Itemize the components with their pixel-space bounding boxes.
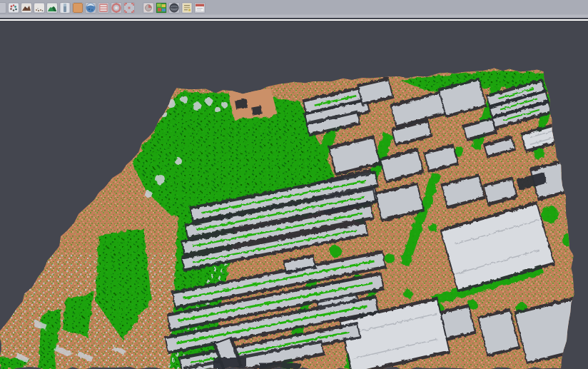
vegetation-model-button[interactable] [46, 2, 58, 14]
mesh-globe-icon [168, 2, 180, 14]
point-density-button[interactable] [34, 2, 45, 14]
terrain-model-button[interactable] [21, 2, 32, 14]
viewport-3d[interactable] [0, 21, 588, 369]
mask-tool-icon [143, 2, 154, 14]
contact-card-icon [194, 2, 206, 14]
web-globe-icon [85, 2, 96, 14]
clipped-tool-icon [0, 2, 6, 14]
classification-map-icon [156, 2, 167, 14]
red-layers-button[interactable] [98, 2, 109, 14]
orthophoto-icon [72, 2, 83, 14]
contact-card-button[interactable] [194, 2, 206, 14]
mask-tool-button[interactable] [143, 2, 154, 14]
report-icon [181, 2, 193, 14]
point-density-icon [34, 2, 45, 14]
clipped-tool-button[interactable] [0, 2, 6, 14]
app-window [0, 0, 588, 369]
orthophoto-button[interactable] [72, 2, 83, 14]
red-gear-icon [111, 2, 122, 14]
profile-tool-icon [59, 2, 71, 14]
mesh-globe-button[interactable] [168, 2, 180, 14]
red-selection-icon [123, 2, 135, 14]
terrain-scene [0, 21, 588, 369]
red-layers-icon [98, 2, 109, 14]
report-button[interactable] [181, 2, 193, 14]
red-selection-button[interactable] [123, 2, 135, 14]
red-gear-button[interactable] [111, 2, 122, 14]
classification-map-button[interactable] [156, 2, 167, 14]
web-globe-button[interactable] [85, 2, 96, 14]
profile-tool-button[interactable] [59, 2, 71, 14]
toolbar [0, 0, 588, 19]
vegetation-model-icon [46, 2, 58, 14]
colorize-points-icon [8, 2, 19, 14]
terrain-model-icon [21, 2, 32, 14]
colorize-points-button[interactable] [8, 2, 19, 14]
